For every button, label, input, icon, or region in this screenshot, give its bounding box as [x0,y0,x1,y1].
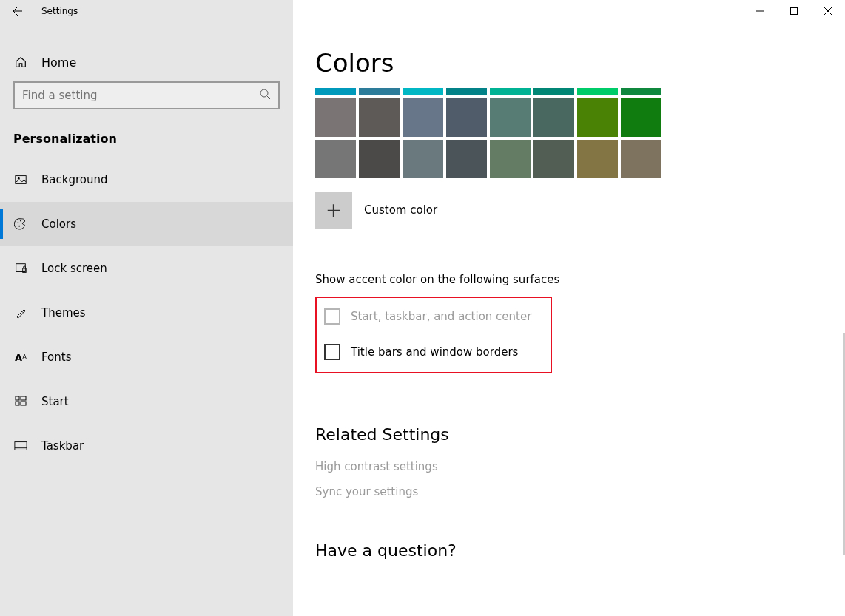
checkbox-icon [324,344,340,360]
link-high-contrast[interactable]: High contrast settings [315,454,845,479]
color-swatch[interactable] [533,98,574,137]
sidebar-item-start[interactable]: Start [0,379,293,424]
themes-icon [13,305,28,320]
close-button[interactable] [811,0,845,22]
color-swatch[interactable] [315,98,356,137]
home-icon [13,55,28,70]
color-swatch[interactable] [577,88,618,95]
related-settings-heading: Related Settings [315,425,845,444]
svg-line-3 [267,96,270,99]
plus-icon: + [326,199,342,221]
maximize-button[interactable] [777,0,811,22]
color-swatch[interactable] [359,88,400,95]
sidebar-item-fonts[interactable]: AA Fonts [0,335,293,379]
color-swatch[interactable] [577,140,618,178]
color-swatch-grid [315,88,845,178]
sidebar-item-lock-screen[interactable]: Lock screen [0,246,293,291]
sidebar-item-label: Background [41,173,108,186]
checkbox-label: Start, taskbar, and action center [351,310,531,323]
sidebar-item-label: Themes [41,306,86,319]
content-area: Colors + Custom color Show accent color … [293,22,845,616]
color-swatch[interactable] [446,98,487,137]
svg-point-2 [260,89,268,97]
checkbox-icon [324,308,340,325]
svg-point-5 [18,177,20,180]
color-swatch[interactable] [446,88,487,95]
fonts-icon: AA [13,350,28,365]
app-title: Settings [41,6,78,16]
color-swatch[interactable] [359,98,400,137]
color-swatch[interactable] [490,88,531,95]
annotation-highlight: Start, taskbar, and action center Title … [315,297,552,373]
sidebar-item-label: Lock screen [41,262,107,275]
color-swatch[interactable] [490,98,531,137]
picture-icon [13,172,28,187]
sidebar-item-label: Start [41,395,69,408]
color-swatch[interactable] [359,140,400,178]
custom-color-button[interactable]: + [315,192,352,229]
svg-point-8 [20,220,21,222]
sidebar-item-background[interactable]: Background [0,158,293,202]
have-a-question-heading: Have a question? [315,541,845,560]
start-icon [13,394,28,409]
svg-rect-12 [21,396,26,400]
sidebar-item-taskbar[interactable]: Taskbar [0,424,293,468]
svg-point-6 [18,222,19,223]
color-swatch[interactable] [621,88,661,95]
color-swatch[interactable] [533,140,574,178]
svg-rect-1 [791,8,798,15]
color-swatch[interactable] [621,98,661,137]
color-swatch[interactable] [315,140,356,178]
page-title: Colors [315,48,845,78]
svg-point-7 [18,226,20,227]
palette-icon [13,217,28,231]
color-swatch[interactable] [533,88,574,95]
svg-rect-14 [21,402,26,405]
checkbox-start-taskbar[interactable]: Start, taskbar, and action center [324,308,543,325]
sidebar-home-label: Home [41,55,76,70]
color-swatch[interactable] [403,140,443,178]
checkbox-label: Title bars and window borders [351,345,518,359]
sidebar: Home Personalization Background Colors [0,22,293,616]
link-sync-settings[interactable]: Sync your settings [315,479,845,504]
sidebar-item-colors[interactable]: Colors [0,202,293,246]
custom-color-label: Custom color [364,203,437,217]
accent-surfaces-heading: Show accent color on the following surfa… [315,273,845,286]
color-swatch[interactable] [621,140,661,178]
color-swatch[interactable] [577,98,618,137]
back-button[interactable] [0,0,33,22]
color-swatch[interactable] [403,88,443,95]
sidebar-home[interactable]: Home [0,43,293,81]
color-swatch[interactable] [490,140,531,178]
sidebar-item-themes[interactable]: Themes [0,291,293,335]
svg-rect-13 [16,402,19,405]
search-icon [259,88,271,103]
svg-rect-9 [16,264,26,272]
titlebar-drag-area[interactable] [293,0,743,22]
checkbox-title-bars[interactable]: Title bars and window borders [324,344,543,360]
svg-rect-15 [15,442,27,450]
color-swatch[interactable] [403,98,443,137]
sidebar-item-label: Taskbar [41,439,84,453]
color-swatch[interactable] [446,140,487,178]
lock-screen-icon [13,261,28,276]
sidebar-item-label: Colors [41,217,76,231]
search-input-wrapper[interactable] [13,81,280,109]
svg-rect-4 [16,176,26,184]
minimize-button[interactable] [743,0,777,22]
search-input[interactable] [22,89,259,102]
taskbar-icon [13,439,28,453]
sidebar-section-header: Personalization [0,117,293,158]
sidebar-item-label: Fonts [41,351,71,364]
svg-rect-11 [16,396,19,400]
color-swatch[interactable] [315,88,356,95]
